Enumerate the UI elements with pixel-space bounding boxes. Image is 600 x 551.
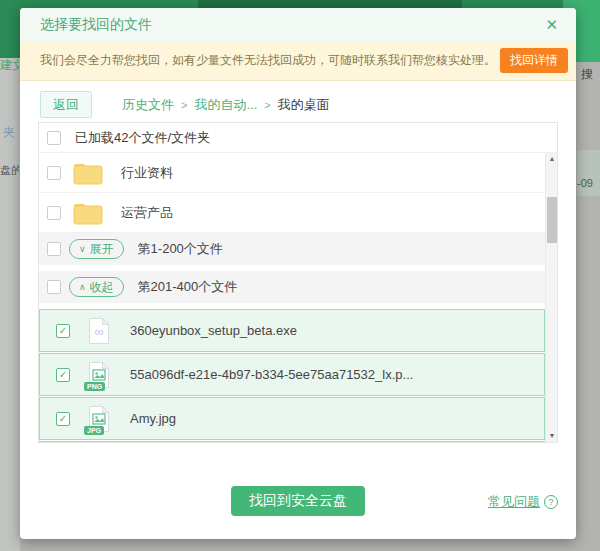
row-checkbox[interactable] <box>47 280 61 294</box>
image-file-icon: PNG <box>88 361 112 389</box>
group-row[interactable]: ∧收起第201-400个文件 <box>39 271 545 303</box>
file-row[interactable]: ✓JPGAmy.jpg <box>39 397 545 440</box>
row-label: 行业资料 <box>121 164 173 182</box>
back-button[interactable]: 返回 <box>40 91 92 118</box>
row-label: 第1-200个文件 <box>138 240 223 258</box>
row-checkbox[interactable]: ✓ <box>56 324 70 338</box>
faq-link[interactable]: 常见问题 ? <box>488 493 558 511</box>
row-checkbox[interactable]: ✓ <box>56 368 70 382</box>
screen: 建文 夹 盘的文 搜 -09 选择要找回的文件 ✕ 我们会尽全力帮您找回，如有少… <box>0 0 600 551</box>
dialog-titlebar: 选择要找回的文件 ✕ <box>20 8 576 41</box>
scroll-area: 行业资料运营产品∨展开第1-200个文件∧收起第201-400个文件✓∞360e… <box>39 153 557 442</box>
bg-text-fragment: 建文 <box>0 57 19 74</box>
file-type-badge: JPG <box>84 426 104 435</box>
file-row[interactable]: ✓PNG55a096df-e21e-4b97-b334-5ee75aa71532… <box>39 353 545 396</box>
folder-icon <box>73 161 103 185</box>
close-icon[interactable]: ✕ <box>545 17 558 32</box>
chevron-down-icon: ∨ <box>79 245 86 254</box>
breadcrumb-history-files[interactable]: 历史文件 <box>122 96 174 114</box>
folder-icon <box>73 201 103 225</box>
scrollbar-thumb[interactable] <box>547 197 557 243</box>
breadcrumb: 历史文件 > 我的自动... > 我的桌面 <box>122 96 330 114</box>
file-row[interactable]: ✓∞360eyunbox_setup_beta.exe <box>39 309 545 352</box>
row-label: 运营产品 <box>121 204 173 222</box>
breadcrumb-separator: > <box>181 99 187 111</box>
row-label: 360eyunbox_setup_beta.exe <box>130 323 297 338</box>
collapse-pill-button[interactable]: ∧收起 <box>69 277 124 297</box>
faq-label[interactable]: 常见问题 <box>488 493 540 511</box>
notice-text: 我们会尽全力帮您找回，如有少量文件无法找回成功，可随时联系我们帮您核实处理。 <box>40 52 496 69</box>
background-row-band <box>577 150 600 196</box>
row-label: 第201-400个文件 <box>138 278 238 296</box>
pill-label: 展开 <box>90 241 114 258</box>
toolbar: 返回 历史文件 > 我的自动... > 我的桌面 <box>20 81 576 122</box>
bg-text-fragment: -09 <box>577 177 600 189</box>
recover-details-button[interactable]: 找回详情 <box>500 48 568 73</box>
group-row[interactable]: ∨展开第1-200个文件 <box>39 233 545 265</box>
scroll-down-icon[interactable]: ▼ <box>546 430 557 442</box>
exe-file-icon: ∞ <box>88 317 112 345</box>
select-all-checkbox[interactable] <box>47 131 61 145</box>
scroll-up-icon[interactable]: ▲ <box>546 153 557 165</box>
dialog-title: 选择要找回的文件 <box>40 16 152 34</box>
dialog-footer: 找回到安全云盘 常见问题 ? <box>20 443 576 539</box>
list-header-row: 已加载42个文件/文件夹 <box>39 123 557 153</box>
row-checkbox[interactable]: ✓ <box>56 412 70 426</box>
breadcrumb-my-desktop: 我的桌面 <box>278 96 330 114</box>
breadcrumb-my-auto[interactable]: 我的自动... <box>194 96 257 114</box>
svg-text:∞: ∞ <box>94 324 103 339</box>
file-list-box: 已加载42个文件/文件夹 行业资料运营产品∨展开第1-200个文件∧收起第201… <box>38 122 558 443</box>
bg-text-fragment: 搜 <box>581 66 600 83</box>
breadcrumb-separator: > <box>264 99 270 111</box>
image-file-icon: JPG <box>88 405 112 433</box>
recover-files-dialog: 选择要找回的文件 ✕ 我们会尽全力帮您找回，如有少量文件无法找回成功，可随时联系… <box>20 8 576 539</box>
recover-to-cloud-button[interactable]: 找回到安全云盘 <box>231 486 365 516</box>
row-checkbox[interactable] <box>47 166 61 180</box>
row-checkbox[interactable] <box>47 206 61 220</box>
file-type-badge: PNG <box>84 382 105 391</box>
row-label: Amy.jpg <box>130 411 176 426</box>
folder-row[interactable]: 运营产品 <box>39 193 545 233</box>
bg-text-fragment: 夹 <box>3 124 18 141</box>
file-rows: 行业资料运营产品∨展开第1-200个文件∧收起第201-400个文件✓∞360e… <box>39 153 545 442</box>
scrollbar[interactable]: ▲ ▼ <box>545 153 557 442</box>
notice-bar: 我们会尽全力帮您找回，如有少量文件无法找回成功，可随时联系我们帮您核实处理。 找… <box>20 41 576 81</box>
row-checkbox[interactable] <box>47 242 61 256</box>
help-icon: ? <box>544 495 558 509</box>
loaded-count-label: 已加载42个文件/文件夹 <box>75 129 210 147</box>
pill-label: 收起 <box>90 279 114 296</box>
expand-pill-button[interactable]: ∨展开 <box>69 239 124 259</box>
file-row[interactable]: ✓ <box>39 441 545 442</box>
bg-text-fragment: 盘的文 <box>0 163 19 178</box>
chevron-up-icon: ∧ <box>79 283 86 292</box>
folder-row[interactable]: 行业资料 <box>39 153 545 193</box>
row-label: 55a096df-e21e-4b97-b334-5ee75aa71532_lx.… <box>130 367 413 382</box>
